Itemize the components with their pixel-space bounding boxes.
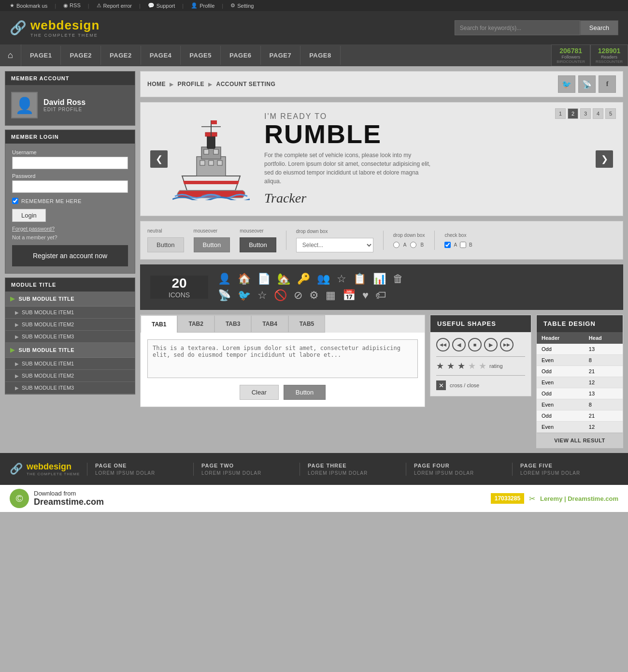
checkbox-a[interactable]: [444, 242, 451, 248]
remember-checkbox[interactable]: [12, 198, 18, 204]
sub-item-2-3[interactable]: ▶ SUB MODULE ITEM3: [5, 382, 135, 394]
calendar-icon[interactable]: 📅: [343, 289, 356, 302]
bookmark-link[interactable]: ★ Bookmark us: [10, 2, 47, 9]
password-input[interactable]: [12, 180, 128, 193]
register-button[interactable]: Register an account now: [12, 245, 128, 266]
mouseover-button-1[interactable]: Button: [194, 237, 230, 252]
twitter-button[interactable]: 🐦: [558, 75, 575, 93]
nav-item-page1[interactable]: PAGE1: [21, 46, 61, 65]
submit-button[interactable]: Button: [284, 385, 326, 400]
report-link[interactable]: ⚠ Report error: [97, 2, 132, 9]
dropdown-select[interactable]: Select...: [296, 238, 373, 252]
sub-item-1-1[interactable]: ▶ SUB MODULE ITEM1: [5, 307, 135, 319]
stars-row: ★ ★ ★ ★ ★ rating: [436, 361, 525, 371]
support-link[interactable]: 💬 Support: [148, 2, 175, 9]
breadcrumb-profile[interactable]: PROFILE: [178, 81, 205, 88]
person-icon[interactable]: 👤: [218, 273, 231, 285]
page-2[interactable]: 2: [568, 108, 578, 119]
breadcrumb-home[interactable]: HOME: [147, 81, 166, 88]
document-icon[interactable]: 📄: [257, 273, 271, 285]
setting-link[interactable]: ⚙ Setting: [230, 2, 254, 9]
star-icon[interactable]: ☆: [257, 289, 267, 302]
star-1[interactable]: ★: [436, 361, 444, 371]
no-icon[interactable]: 🚫: [274, 289, 287, 302]
key-icon[interactable]: 🔑: [297, 273, 310, 285]
username-input[interactable]: [12, 157, 128, 169]
page-3[interactable]: 3: [580, 108, 591, 119]
media-stop[interactable]: ■: [468, 338, 482, 351]
rss-icon[interactable]: 📡: [218, 289, 231, 302]
forget-password-link[interactable]: Forget password?: [12, 226, 128, 232]
tab-textarea[interactable]: This is a textarea. Lorem ipsum dolor si…: [147, 339, 418, 378]
cancel-icon[interactable]: ⊘: [294, 289, 302, 302]
trash-icon[interactable]: 🗑: [393, 273, 403, 285]
star-4[interactable]: ★: [468, 361, 476, 371]
media-prev[interactable]: ◀: [452, 338, 466, 351]
nav-item-page6[interactable]: PAGE6: [221, 46, 261, 65]
media-prev-prev[interactable]: ◀◀: [436, 338, 450, 351]
rss-link[interactable]: ◉ RSS: [63, 2, 81, 9]
search-input[interactable]: [455, 20, 580, 35]
nav-item-page4[interactable]: PAGE4: [141, 46, 181, 65]
login-button[interactable]: Login: [12, 209, 46, 222]
house-icon[interactable]: 🏡: [277, 273, 290, 285]
hero-ship: [168, 116, 255, 203]
page-1[interactable]: 1: [555, 108, 566, 119]
chart-icon[interactable]: 📊: [373, 273, 386, 285]
hero-prev-button[interactable]: ❮: [150, 150, 168, 168]
star-2[interactable]: ★: [447, 361, 455, 371]
tab-2[interactable]: TAB2: [177, 315, 214, 333]
scissors-icon: ✂: [529, 494, 535, 503]
breadcrumb-account[interactable]: ACCOUNT SETTING: [216, 81, 276, 88]
nav-item-page8[interactable]: PAGE8: [300, 46, 341, 65]
sub-item-1-3[interactable]: ▶ SUB MODULE ITEM3: [5, 331, 135, 343]
page-5[interactable]: 5: [605, 108, 616, 119]
media-next-next[interactable]: ▶▶: [500, 338, 514, 351]
neutral-button[interactable]: Button: [147, 237, 184, 252]
star-5[interactable]: ★: [479, 361, 486, 371]
nav-item-page2b[interactable]: PAGE2: [101, 46, 141, 65]
search-button[interactable]: Search: [580, 20, 618, 35]
bird-icon[interactable]: 🐦: [238, 289, 251, 302]
sub-module-1[interactable]: ▶ SUB MODULE TITLE: [5, 292, 135, 307]
tag-icon[interactable]: 🏷: [375, 289, 386, 302]
clear-button[interactable]: Clear: [240, 385, 279, 400]
radio-a[interactable]: [393, 242, 400, 248]
sub-module-2[interactable]: ▶ SUB MODULE TITLE: [5, 343, 135, 358]
nav-item-page2a[interactable]: PAGE2: [61, 46, 101, 65]
table-cell-value: 12: [584, 377, 623, 388]
sub-item-2-1[interactable]: ▶ SUB MODULE ITEM1: [5, 358, 135, 370]
page-4[interactable]: 4: [593, 108, 603, 119]
tab-5[interactable]: TAB5: [288, 315, 325, 333]
grid-icon[interactable]: ▦: [326, 289, 336, 302]
gear-icon[interactable]: ⚙: [309, 289, 319, 302]
clipboard-icon[interactable]: 📋: [353, 273, 366, 285]
sub-item-2-2[interactable]: ▶ SUB MODULE ITEM2: [5, 370, 135, 382]
star-3[interactable]: ★: [457, 361, 465, 371]
tab-4[interactable]: TAB4: [251, 315, 288, 333]
group-icon[interactable]: 👥: [317, 273, 330, 285]
view-all-button[interactable]: VIEW ALL RESULT: [537, 433, 623, 448]
hero-next-button[interactable]: ❯: [596, 150, 613, 168]
facebook-button[interactable]: f: [599, 75, 616, 93]
heart-icon[interactable]: ♥: [362, 289, 369, 302]
sub-item-1-2[interactable]: ▶ SUB MODULE ITEM2: [5, 319, 135, 331]
media-play[interactable]: ▶: [484, 338, 498, 351]
home-icon[interactable]: 🏠: [238, 273, 251, 285]
tab-1[interactable]: TAB1: [141, 315, 177, 333]
nav-item-page5[interactable]: PAGE5: [181, 46, 221, 65]
mouseover-button-2[interactable]: Button: [240, 237, 276, 252]
tab-3[interactable]: TAB3: [214, 315, 251, 333]
cross-icon[interactable]: ✕: [436, 380, 446, 390]
profile-link[interactable]: 👤 Profile: [191, 2, 214, 9]
checkbox-b[interactable]: [460, 242, 466, 248]
star-outline-icon[interactable]: ☆: [337, 273, 346, 285]
nav-home[interactable]: ⌂: [0, 44, 21, 66]
edit-profile-link[interactable]: EDIT PROFILE: [43, 107, 86, 112]
table-design-box: TABLE DESIGN Header Head Odd13Even8Odd21…: [536, 315, 623, 448]
radio-b[interactable]: [410, 242, 416, 248]
watermark-right: 17033285 ✂ Leremy | Dreamstime.com: [491, 493, 618, 504]
nav-item-page7[interactable]: PAGE7: [261, 46, 301, 65]
cross-row: ✕ cross / close: [436, 380, 525, 390]
rss-button[interactable]: 📡: [578, 75, 596, 93]
